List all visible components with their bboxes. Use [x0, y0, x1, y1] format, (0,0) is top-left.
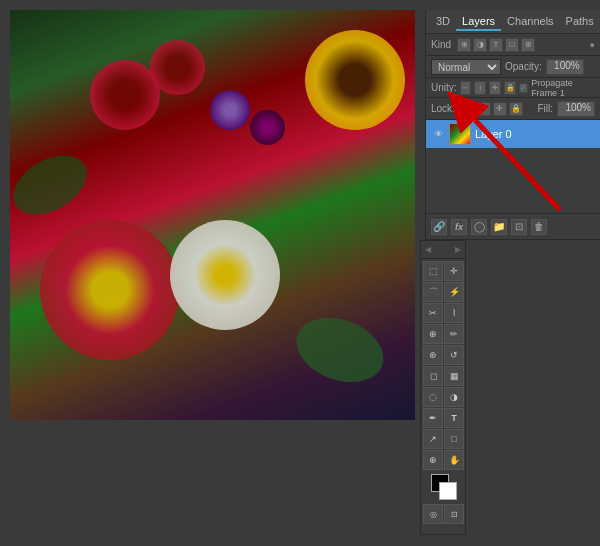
propagate-checkbox[interactable]: ✓: [519, 83, 528, 93]
crop-tool[interactable]: ✂: [423, 303, 443, 323]
tab-paths[interactable]: Paths: [560, 13, 600, 31]
fill-value[interactable]: 100%: [557, 101, 595, 117]
lock-icons: ⊠ ✏ ✛ 🔒: [461, 102, 523, 116]
blur-tool[interactable]: ◌: [423, 387, 443, 407]
filter-row: Kind ⊕ ◑ T □ ⊛ ●: [426, 34, 600, 56]
filter-smart-icon[interactable]: ⊛: [521, 38, 535, 52]
layers-panel: 3D Layers Channels Paths ≡ Kind ⊕ ◑ T □ …: [425, 10, 600, 240]
link-layers-button[interactable]: 🔗: [431, 219, 447, 235]
zoom-tool[interactable]: ⊕: [423, 450, 443, 470]
screen-mode-button[interactable]: ⊡: [444, 504, 464, 524]
tool-grid: ⬚ ✛ ⌒ ⚡ ✂ ⌇ ⊕ ✏ ⊛ ↺ ◻ ▦ ◌ ◑ ✒ T ↗ □ ⊕ ✋: [421, 259, 465, 526]
add-mask-button[interactable]: ◯: [471, 219, 487, 235]
unity-row: Unity: ↔ ↕ ✛ 🔒 ✓ Propagate Frame 1: [426, 78, 600, 98]
background-color[interactable]: [439, 482, 457, 500]
color-pair: [431, 474, 457, 500]
propagate-label: Propagate Frame 1: [531, 78, 595, 98]
filter-adj-icon[interactable]: ◑: [473, 38, 487, 52]
quick-select-tool[interactable]: ⚡: [444, 282, 464, 302]
rectangular-marquee-tool[interactable]: ⬚: [423, 261, 443, 281]
canvas-area: [10, 10, 415, 420]
layer-name: Layer 0: [475, 128, 595, 140]
opacity-value[interactable]: 100%: [546, 59, 584, 75]
filter-type-icon[interactable]: T: [489, 38, 503, 52]
layer-thumbnail: [449, 123, 471, 145]
toolbox-collapse[interactable]: ◀: [425, 245, 431, 254]
canvas-image: [10, 10, 415, 420]
unity-icon-4[interactable]: 🔒: [504, 81, 516, 95]
filter-label: Kind: [431, 39, 451, 50]
lock-fill-row: Lock: ⊠ ✏ ✛ 🔒 Fill: 100%: [426, 98, 600, 120]
new-group-button[interactable]: 📁: [491, 219, 507, 235]
blend-opacity-row: Normal Opacity: 100%: [426, 56, 600, 78]
fx-button[interactable]: fx: [451, 219, 467, 235]
toolbox-header: ◀ ▶: [421, 241, 465, 259]
unity-icon-3[interactable]: ✛: [489, 81, 501, 95]
hand-tool[interactable]: ✋: [444, 450, 464, 470]
filter-icons: ⊕ ◑ T □ ⊛: [457, 38, 535, 52]
clone-stamp-tool[interactable]: ⊛: [423, 345, 443, 365]
unity-icon-2[interactable]: ↕: [474, 81, 486, 95]
canvas-overlay: [10, 10, 415, 420]
layers-footer: 🔗 fx ◯ 📁 ⊡ 🗑: [426, 213, 600, 239]
history-brush-tool[interactable]: ↺: [444, 345, 464, 365]
lasso-tool[interactable]: ⌒: [423, 282, 443, 302]
panel-tabs-row: 3D Layers Channels Paths ≡: [426, 10, 600, 34]
quick-mask-button[interactable]: ◎: [423, 504, 443, 524]
lock-artboard-icon[interactable]: ✛: [493, 102, 507, 116]
toolbox-expand[interactable]: ▶: [455, 245, 461, 254]
toolbox-panel: ◀ ▶ ⬚ ✛ ⌒ ⚡ ✂ ⌇ ⊕ ✏ ⊛ ↺ ◻ ▦ ◌ ◑ ✒ T ↗ □ …: [420, 240, 466, 535]
unity-icon-1[interactable]: ↔: [460, 81, 472, 95]
brush-tool[interactable]: ✏: [444, 324, 464, 344]
lock-pixels-icon[interactable]: ⊠: [461, 102, 475, 116]
filter-toggle[interactable]: ●: [590, 40, 595, 50]
layer-0-row[interactable]: 👁 Layer 0: [426, 120, 600, 148]
color-area: [423, 471, 464, 503]
tab-3d[interactable]: 3D: [430, 13, 456, 31]
lock-all-icon[interactable]: 🔒: [509, 102, 523, 116]
healing-brush-tool[interactable]: ⊕: [423, 324, 443, 344]
blend-mode-dropdown[interactable]: Normal: [431, 59, 501, 75]
pen-tool[interactable]: ✒: [423, 408, 443, 428]
lock-label: Lock:: [431, 103, 455, 114]
layer-visibility-icon[interactable]: 👁: [431, 127, 445, 141]
delete-layer-button[interactable]: 🗑: [531, 219, 547, 235]
filter-pixel-icon[interactable]: ⊕: [457, 38, 471, 52]
type-tool[interactable]: T: [444, 408, 464, 428]
tab-channels[interactable]: Channels: [501, 13, 559, 31]
shape-tool[interactable]: □: [444, 429, 464, 449]
lock-position-icon[interactable]: ✏: [477, 102, 491, 116]
fill-label: Fill:: [537, 103, 553, 114]
move-tool[interactable]: ✛: [444, 261, 464, 281]
eraser-tool[interactable]: ◻: [423, 366, 443, 386]
new-frame-button[interactable]: ⊡: [511, 219, 527, 235]
tab-layers[interactable]: Layers: [456, 13, 501, 31]
path-select-tool[interactable]: ↗: [423, 429, 443, 449]
eyedropper-tool[interactable]: ⌇: [444, 303, 464, 323]
filter-shape-icon[interactable]: □: [505, 38, 519, 52]
unity-label: Unity:: [431, 82, 457, 93]
opacity-label: Opacity:: [505, 61, 542, 72]
gradient-tool[interactable]: ▦: [444, 366, 464, 386]
dodge-tool[interactable]: ◑: [444, 387, 464, 407]
